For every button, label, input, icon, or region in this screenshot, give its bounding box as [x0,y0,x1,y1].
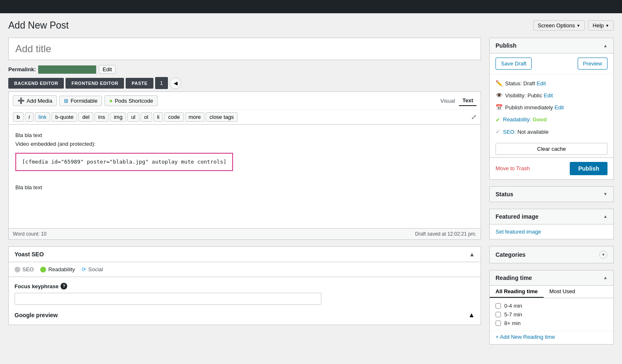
text-tab[interactable]: Text [459,96,476,106]
format-code[interactable]: code [164,112,183,122]
format-italic[interactable]: i [25,112,34,122]
format-close-tags[interactable]: close tags [206,112,238,122]
screen-options-button[interactable]: Screen Options ▼ [533,20,585,31]
permalink-row: Permalink: Edit [8,63,481,77]
format-li[interactable]: li [153,112,163,122]
yoast-readability-tab[interactable]: Readability [40,266,75,272]
clear-cache-button[interactable]: Clear cache [496,143,607,155]
publish-collapse-button[interactable]: ▲ [603,43,607,48]
featured-image-body: Set featured image [490,224,613,239]
readability-value: Good [533,116,547,123]
save-draft-button[interactable]: Save Draft [496,58,532,70]
visibility-edit-link[interactable]: Edit [544,92,553,99]
backend-editor-button[interactable]: BACKEND EDITOR [8,78,64,89]
featured-image-collapse-button[interactable]: ▲ [603,214,607,219]
permalink-label: Permalink: [8,66,36,72]
featured-image-title: Featured image [496,213,538,220]
editor-content[interactable]: Bla bla text Video embedded (and protect… [9,125,481,228]
set-featured-image-link[interactable]: Set featured image [496,229,541,235]
reading-tab-all[interactable]: All Reading time [490,286,544,298]
google-preview-toggle[interactable]: ▲ [468,311,475,319]
format-img[interactable]: img [110,112,126,122]
reading-option-3: 8+ min [496,319,607,328]
publish-panel: Publish ▲ Save Draft Preview ✏️ Status: … [489,38,614,180]
reading-checkbox-2[interactable] [496,312,501,317]
seo-icon: ✔ [496,127,501,137]
formidable-icon: ⊞ [64,98,68,104]
add-media-button[interactable]: ➕ Add Media [13,95,57,106]
reading-time-collapse-button[interactable]: ▲ [603,275,607,280]
yoast-social-tab[interactable]: ⟳ Social [82,266,103,272]
readability-dot-icon [40,267,46,272]
content-text-3: Bla bla text [15,183,474,192]
page-title: Add New Post [8,17,69,34]
format-bquote[interactable]: b-quote [51,112,77,122]
focus-keyphrase-row: Focus keyphrase ? [15,283,475,305]
paste-button[interactable]: PASTE [126,78,153,89]
reading-option-1: 0-4 min [496,301,607,310]
arrow-left-button[interactable]: ◀ [170,77,181,89]
preview-button[interactable]: Preview [578,58,607,70]
focus-keyphrase-input[interactable] [15,293,321,305]
formidable-button[interactable]: ⊞ Formidable [59,96,102,106]
word-count: Word count: 10 [13,231,46,237]
categories-panel: Categories ▼ [489,246,614,263]
status-collapse-button[interactable]: ▼ [603,192,607,196]
editor-area: ➕ Add Media ⊞ Formidable ● Pods Shortcod… [8,92,481,240]
categories-header[interactable]: Categories ▼ [490,246,613,263]
google-preview-header: Google preview ▲ [15,309,475,319]
seo-link[interactable]: SEO: [503,129,516,135]
reading-time-tabs: All Reading time Most Used [490,286,613,298]
readability-icon: ✔ [496,115,501,125]
status-panel-title: Status [496,191,513,198]
reading-time-panel: Reading time ▲ All Reading time Most Use… [489,270,614,345]
title-input[interactable] [9,38,481,60]
categories-collapse-button[interactable]: ▼ [599,251,607,259]
categories-title: Categories [496,251,525,258]
google-preview-title: Google preview [15,312,58,318]
yoast-tabs-row: SEO Readability ⟳ Social [9,262,481,277]
reading-tab-most-used[interactable]: Most Used [544,286,581,298]
status-edit-link[interactable]: Edit [537,80,546,87]
page-number-button[interactable]: 1 [155,77,168,89]
readability-link[interactable]: Readability: [503,116,531,123]
format-ol[interactable]: ol [141,112,152,122]
add-reading-time-link[interactable]: + Add New Reading time [490,331,613,344]
permalink-edit-button[interactable]: Edit [99,65,115,74]
help-button[interactable]: Help ▼ [588,20,614,31]
add-media-icon: ➕ [17,97,24,104]
reading-option-2: 5-7 min [496,310,607,319]
title-box [8,38,481,60]
chevron-down-icon: ▼ [576,24,580,28]
status-panel: Status ▼ [489,186,614,202]
format-bold[interactable]: b [13,112,24,122]
help-icon[interactable]: ? [61,283,67,289]
format-more[interactable]: more [185,112,205,122]
reading-time-header[interactable]: Reading time ▲ [490,270,613,286]
publish-panel-footer: Move to Trash Publish [490,157,613,179]
calendar-icon: 📅 [496,102,503,113]
permalink-value [38,65,96,74]
yoast-panel-header[interactable]: Yoast SEO ▲ [9,247,481,262]
move-to-trash-link[interactable]: Move to Trash [496,165,530,171]
format-ins[interactable]: ins [95,112,109,122]
frontend-editor-button[interactable]: FRONTEND EDITOR [66,78,124,89]
format-ul[interactable]: ul [127,112,139,122]
expand-editor-button[interactable]: ⤢ [471,113,476,121]
featured-image-header[interactable]: Featured image ▲ [490,209,613,224]
format-link[interactable]: link [35,112,51,122]
publish-button[interactable]: Publish [570,162,607,175]
format-del[interactable]: del [78,112,93,122]
publish-panel-meta: ✏️ Status: Draft Edit 👁️ Visibility: [490,74,613,141]
reading-checkbox-3[interactable] [496,321,501,326]
visual-tab[interactable]: Visual [437,96,458,106]
status-icon: ✏️ [496,78,503,89]
yoast-panel-title: Yoast SEO [15,251,44,258]
status-panel-header[interactable]: Status ▼ [490,187,613,202]
yoast-collapse-button[interactable]: ▲ [469,251,475,258]
publish-time-edit-link[interactable]: Edit [554,104,564,111]
reading-checkbox-1[interactable] [496,303,501,309]
pods-shortcode-button[interactable]: ● Pods Shortcode [104,95,158,106]
yoast-seo-tab[interactable]: SEO [15,266,34,272]
social-icon: ⟳ [82,266,86,272]
